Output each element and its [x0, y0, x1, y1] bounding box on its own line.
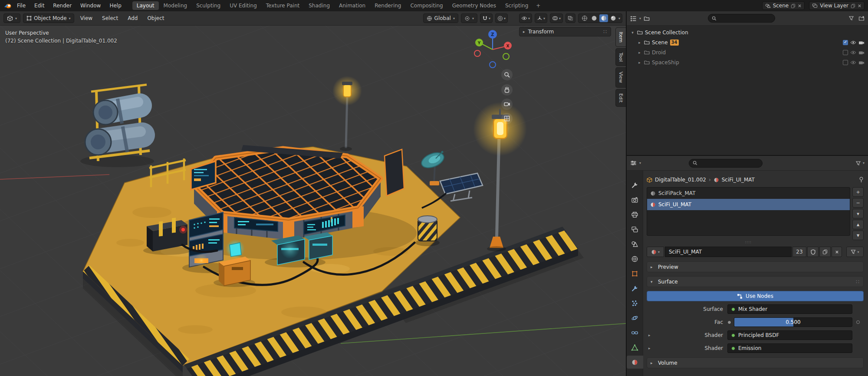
tab-constraint-properties[interactable] [628, 326, 642, 339]
disclosure-triangle-icon[interactable]: ▸ [647, 333, 651, 337]
workspace-tab-compositing[interactable]: Compositing [406, 1, 447, 10]
view-layer-selector[interactable]: View Layer [809, 1, 865, 10]
hide-eye-icon[interactable] [850, 60, 856, 65]
viewport-menu-add[interactable]: Add [124, 14, 141, 23]
workspace-tab-geometry-nodes[interactable]: Geometry Nodes [448, 1, 500, 10]
disclosure-triangle-icon[interactable]: ▸ [647, 346, 651, 350]
outliner-row-droid[interactable]: ▸ Droid [627, 47, 868, 57]
outliner-search[interactable] [708, 14, 775, 23]
disclosure-triangle-icon[interactable]: ▸ [637, 50, 642, 55]
outliner-row-scene-collection[interactable]: ▾ Scene Collection [627, 27, 868, 37]
proportional-editing-icon[interactable] [497, 16, 503, 21]
animate-decorator-icon[interactable] [856, 320, 860, 324]
display-mode-icon[interactable] [644, 16, 650, 21]
panel-drag-grip[interactable]: ∷ [603, 29, 607, 35]
sidebar-tab-edit[interactable]: Edit [615, 89, 626, 107]
fac-slider[interactable]: 0.500 [734, 317, 852, 327]
filter-icon[interactable] [848, 16, 854, 21]
material-name-field[interactable]: SciFi_UI_MAT [665, 247, 792, 257]
breadcrumb-material-name[interactable]: SciFi_UI_MAT [722, 177, 755, 183]
surface-panel-header[interactable]: ▾ Surface ∷ [647, 276, 864, 287]
add-workspace-button[interactable]: + [533, 2, 543, 10]
wireframe-shading-button[interactable] [580, 14, 589, 22]
unlink-material-button[interactable] [832, 247, 842, 257]
surface-shader-field[interactable]: Mix Shader [727, 304, 852, 314]
exclude-checkbox[interactable] [843, 50, 848, 55]
chevron-down-icon[interactable]: ▾ [639, 161, 641, 165]
perspective-toggle-icon[interactable] [501, 113, 513, 124]
list-resize-grip[interactable]: ∷∷ [647, 240, 851, 244]
rendered-shading-button[interactable] [609, 14, 618, 22]
hide-eye-icon[interactable] [850, 40, 856, 45]
pivot-point-selector[interactable]: ▾ [461, 13, 477, 23]
outliner-row-scene[interactable]: ▸ Scene 34 [627, 37, 868, 47]
visibility-eye-icon[interactable] [521, 16, 527, 21]
gizmo-dropdown[interactable]: ▾ [543, 16, 545, 20]
3d-scene[interactable]: Z Y X [0, 26, 626, 376]
properties-search[interactable] [689, 159, 763, 168]
fake-user-button[interactable] [807, 247, 819, 257]
new-material-button[interactable] [819, 247, 831, 257]
overlays-icon[interactable] [552, 16, 558, 21]
tab-world-properties[interactable] [628, 252, 642, 265]
disable-render-camera-icon[interactable] [858, 40, 865, 45]
outliner-editor-icon[interactable] [630, 16, 637, 21]
remove-material-slot-button[interactable]: − [852, 198, 864, 208]
menu-edit[interactable]: Edit [30, 2, 48, 10]
volume-panel-header[interactable]: ▸ Volume [647, 357, 864, 368]
tab-object-properties[interactable] [628, 267, 642, 280]
preview-panel-header[interactable]: ▸ Preview [647, 261, 864, 272]
menu-window[interactable]: Window [76, 2, 105, 10]
tab-render-properties[interactable] [628, 193, 642, 206]
tab-particle-properties[interactable] [628, 297, 642, 310]
viewport-canvas[interactable]: Z Y X [0, 26, 626, 376]
menu-render[interactable]: Render [49, 2, 76, 10]
disable-render-camera-icon[interactable] [858, 50, 865, 55]
workspace-tab-uv-editing[interactable]: UV Editing [225, 1, 261, 10]
material-users-button[interactable]: 23 [792, 247, 806, 257]
workspace-tab-scripting[interactable]: Scripting [501, 1, 533, 10]
material-specials-button[interactable]: ▾ [852, 209, 864, 218]
use-nodes-button[interactable]: Use Nodes [647, 291, 864, 301]
outliner-search-input[interactable] [719, 16, 771, 21]
properties-editor-icon[interactable] [630, 160, 637, 166]
viewport-menu-object[interactable]: Object [144, 14, 168, 23]
properties-search-input[interactable] [700, 160, 759, 166]
tab-output-properties[interactable] [628, 208, 642, 221]
workspace-tab-shading[interactable]: Shading [304, 1, 334, 10]
shading-dropdown[interactable]: ▾ [618, 16, 620, 20]
solid-shading-button[interactable] [590, 14, 598, 22]
material-slot-row[interactable]: SciFiPack_MAT [647, 188, 850, 199]
gizmos-icon[interactable] [537, 16, 542, 21]
hide-eye-icon[interactable] [850, 50, 856, 55]
new-view-layer-icon[interactable] [851, 3, 855, 8]
menu-file[interactable]: File [13, 2, 30, 10]
chevron-down-icon[interactable]: ▾ [639, 16, 641, 20]
sidebar-tab-tool[interactable]: Tool [615, 48, 626, 66]
new-collection-icon[interactable] [858, 16, 865, 21]
overlays-dropdown[interactable]: ▾ [559, 16, 561, 20]
transform-orientation-selector[interactable]: Global ▾ [423, 13, 458, 23]
add-material-slot-button[interactable]: + [852, 187, 864, 197]
tab-view-layer-properties[interactable] [628, 223, 642, 236]
workspace-tab-modeling[interactable]: Modeling [159, 1, 192, 10]
exclude-checkbox[interactable] [843, 60, 848, 65]
browse-material-button[interactable]: ▾ [647, 247, 664, 257]
xray-toggle[interactable] [566, 13, 575, 23]
disclosure-triangle-icon[interactable]: ▸ [637, 40, 642, 45]
material-slot-row-selected[interactable]: SciFi_UI_MAT [647, 199, 850, 210]
editor-type-selector[interactable]: ▾ [3, 13, 20, 23]
tab-tool-properties[interactable] [628, 178, 642, 191]
material-filter-button[interactable]: ▾ [846, 247, 864, 257]
tab-physics-properties[interactable] [628, 311, 642, 324]
zoom-icon[interactable] [501, 69, 513, 80]
viewport-menu-view[interactable]: View [77, 14, 96, 23]
workspace-tab-rendering[interactable]: Rendering [370, 1, 405, 10]
snap-settings-dropdown[interactable]: ▾ [489, 16, 490, 20]
sidebar-tab-view[interactable]: View [615, 67, 626, 87]
camera-view-icon[interactable] [501, 99, 513, 110]
sidebar-tab-item[interactable]: Item [615, 27, 626, 47]
disable-render-camera-icon[interactable] [858, 60, 865, 65]
tab-scene-properties[interactable] [628, 237, 642, 251]
workspace-tab-animation[interactable]: Animation [335, 1, 370, 10]
